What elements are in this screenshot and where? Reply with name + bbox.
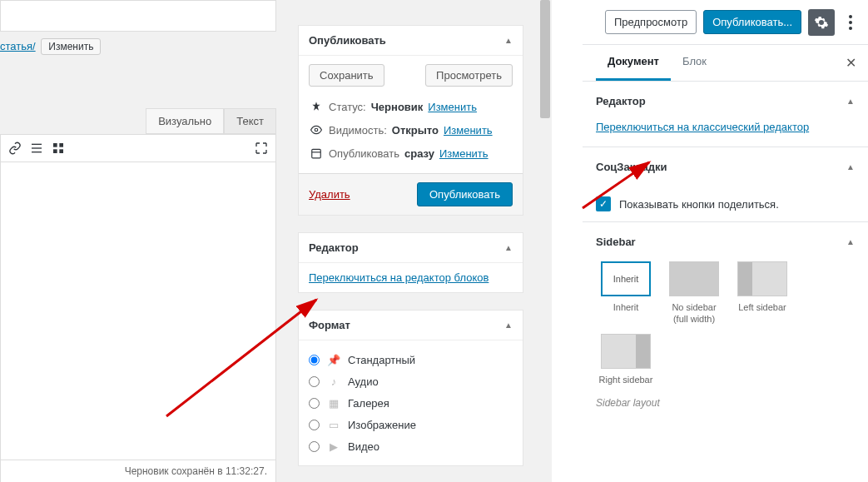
delete-link[interactable]: Удалить — [309, 188, 350, 201]
publish-button[interactable]: Опубликовать... — [703, 10, 801, 34]
video-icon: ▶ — [326, 439, 341, 454]
svg-rect-5 — [53, 149, 57, 153]
edit-slug-button[interactable]: Изменить — [41, 38, 101, 55]
sidebar-caption: Sidebar layout — [583, 394, 868, 412]
format-label: Галерея — [348, 397, 389, 410]
autosave-status: Черновик сохранён в 11:32:27. — [0, 460, 276, 482]
svg-rect-4 — [59, 143, 63, 147]
chevron-up-icon: ▲ — [846, 97, 855, 106]
chevron-up-icon: ▲ — [504, 243, 513, 252]
sidebar-panel: Sidebar ▲ Inherit Inherit No sidebar (fu… — [583, 222, 868, 412]
link-icon[interactable] — [6, 139, 24, 157]
sidebar-thumb — [601, 334, 651, 369]
svg-point-11 — [849, 21, 852, 24]
save-draft-button[interactable]: Сохранить — [309, 64, 384, 87]
switch-to-classic-editor-link[interactable]: Переключиться на классический редактор — [596, 121, 809, 133]
schedule-label: Опубликовать — [329, 147, 399, 160]
grid-icon[interactable] — [49, 139, 67, 157]
permalink-slug[interactable]: статья/ — [0, 40, 36, 52]
format-option-standard[interactable]: 📌 Стандартный — [309, 349, 513, 370]
eye-icon — [309, 122, 324, 137]
sidebar-panel-toggle[interactable]: Sidebar ▲ — [583, 222, 868, 261]
preview-button[interactable]: Просмотреть — [425, 64, 513, 87]
close-icon[interactable]: ✕ — [846, 55, 856, 71]
sidebar-option-right[interactable]: Right sidebar — [596, 334, 656, 385]
editor-metabox-toggle[interactable]: Редактор ▲ — [299, 233, 523, 263]
format-radio[interactable] — [309, 441, 320, 452]
edit-schedule-link[interactable]: Изменить — [439, 147, 489, 160]
more-menu-button[interactable] — [841, 9, 860, 36]
svg-rect-3 — [53, 143, 57, 147]
tab-block[interactable]: Блок — [671, 45, 718, 81]
sidebar-option-none[interactable]: No sidebar (full width) — [664, 261, 724, 325]
top-toolbar: Предпросмотр Опубликовать... — [583, 0, 868, 45]
format-radio[interactable] — [309, 420, 320, 430]
status-label: Статус: — [329, 101, 366, 113]
svg-point-12 — [849, 27, 852, 30]
tab-visual[interactable]: Визуально — [146, 108, 224, 134]
schedule-value: сразу — [404, 147, 434, 160]
switch-to-block-editor-link[interactable]: Переключиться на редактор блоков — [309, 271, 489, 284]
editor-panel-title: Редактор — [596, 95, 646, 107]
publish-metabox-toggle[interactable]: Опубликовать ▲ — [299, 26, 523, 56]
social-panel-title: СоцЗакладки — [596, 161, 667, 173]
scroll-thumb[interactable] — [540, 0, 550, 118]
format-option-gallery[interactable]: ▦ Галерея — [309, 392, 513, 414]
svg-rect-1 — [32, 147, 42, 148]
sidebar-option-label: No sidebar (full width) — [664, 301, 724, 325]
svg-rect-8 — [312, 149, 321, 158]
settings-button[interactable] — [808, 9, 835, 36]
tab-document[interactable]: Документ — [596, 45, 671, 81]
calendar-icon — [309, 146, 324, 161]
format-radio[interactable] — [309, 398, 320, 409]
svg-rect-2 — [32, 152, 42, 152]
post-title-input[interactable] — [0, 0, 276, 32]
format-option-video[interactable]: ▶ Видео — [309, 435, 513, 457]
svg-point-10 — [849, 15, 852, 18]
sidebar-thumb — [669, 261, 719, 296]
format-option-audio[interactable]: ♪ Аудио — [309, 370, 513, 392]
scrollbar[interactable] — [538, 0, 552, 482]
editor-toolbar — [0, 134, 276, 162]
svg-rect-6 — [59, 149, 63, 153]
format-metabox-toggle[interactable]: Формат ▲ — [299, 311, 523, 340]
sidebar-tabs: Документ Блок ✕ — [583, 45, 868, 82]
format-radio[interactable] — [309, 376, 320, 387]
share-checkbox[interactable]: ✓ — [596, 196, 611, 211]
edit-status-link[interactable]: Изменить — [428, 101, 477, 113]
editor-panel: Редактор ▲ Переключиться на классический… — [583, 82, 868, 147]
editor-panel-toggle[interactable]: Редактор ▲ — [583, 82, 868, 121]
format-option-image[interactable]: ▭ Изображение — [309, 414, 513, 435]
chevron-up-icon: ▲ — [504, 36, 513, 45]
audio-icon: ♪ — [326, 374, 341, 389]
format-label: Аудио — [348, 375, 379, 388]
share-checkbox-label: Показывать кнопки поделиться. — [619, 198, 779, 211]
editor-box-title: Редактор — [309, 241, 359, 254]
preview-button[interactable]: Предпросмотр — [605, 10, 697, 34]
permalink-row: статья/ Изменить — [0, 32, 285, 58]
svg-rect-0 — [32, 144, 42, 145]
visibility-value: Открыто — [392, 124, 439, 137]
format-title: Формат — [309, 319, 350, 331]
chevron-up-icon: ▲ — [504, 321, 513, 330]
editor-metabox: Редактор ▲ Переключиться на редактор бло… — [298, 232, 523, 293]
edit-visibility-link[interactable]: Изменить — [444, 124, 493, 137]
chevron-up-icon: ▲ — [846, 162, 855, 171]
editor-content[interactable] — [0, 162, 276, 460]
format-label: Видео — [348, 440, 379, 453]
sidebar-panel-title: Sidebar — [596, 236, 636, 248]
fullscreen-icon[interactable] — [252, 139, 270, 157]
sidebar-option-left[interactable]: Left sidebar — [732, 261, 792, 325]
visibility-label: Видимость: — [329, 124, 387, 137]
tab-text[interactable]: Текст — [224, 108, 276, 134]
sidebar-option-label: Right sidebar — [596, 374, 656, 385]
format-radio[interactable] — [309, 355, 320, 365]
social-panel-toggle[interactable]: СоцЗакладки ▲ — [583, 147, 868, 186]
status-value: Черновик — [371, 101, 424, 113]
publish-button[interactable]: Опубликовать — [417, 182, 513, 206]
publish-metabox: Опубликовать ▲ Сохранить Просмотреть Ста… — [298, 25, 523, 216]
sidebar-option-inherit[interactable]: Inherit Inherit — [596, 261, 656, 325]
format-metabox: Формат ▲ 📌 Стандартный ♪ Аудио ▦ Галере — [298, 310, 523, 466]
sidebar-option-label: Inherit — [596, 301, 656, 313]
list-icon[interactable] — [27, 139, 46, 157]
